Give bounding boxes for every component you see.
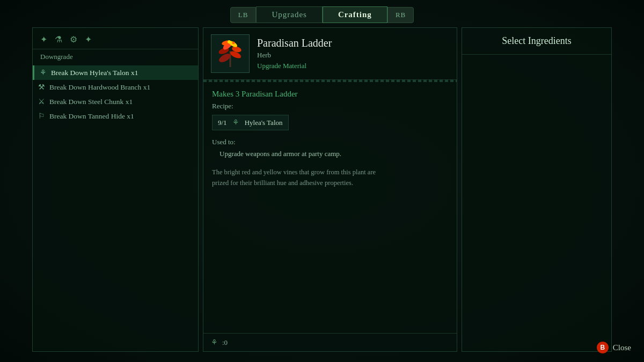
recipe-label-4: Break Down Tanned Hide x1 [49, 112, 134, 121]
content-area: Makes 3 Paradisan Ladder Recipe: 9/1 ⚘ H… [203, 82, 457, 333]
close-label: Close [613, 343, 631, 352]
right-header: Select Ingredients [462, 28, 611, 55]
tab-upgrades[interactable]: Upgrades [256, 6, 322, 23]
svg-point-8 [228, 40, 231, 43]
ingredient-count: 9/1 [218, 119, 227, 127]
flavor-text: The bright red and yellow vines that gro… [212, 167, 384, 188]
recipe-icon-2: ⚒ [38, 83, 45, 92]
b-icon: B [597, 342, 609, 353]
item-type: Upgrade Material [257, 62, 332, 70]
right-panel: Select Ingredients [462, 27, 612, 352]
recipe-ingredient: 9/1 ⚘ Hylea's Talon [212, 115, 289, 130]
used-to-section: Used to: Upgrade weapons and armor at pa… [212, 138, 448, 159]
craft-count-icon: ⚘ [211, 338, 218, 347]
recipe-icon-3: ⚔ [38, 97, 45, 106]
used-to-desc: Upgrade weapons and armor at party camp. [212, 149, 448, 159]
ui-container: LB Upgrades Crafting RB ✦ ⚗ ⚙ ✦ Downgrad… [0, 0, 644, 362]
recipe-label-1: Break Down Hylea's Talon x1 [51, 69, 138, 77]
recipe-item-4[interactable]: ⚐ Break Down Tanned Hide x1 [33, 109, 198, 123]
ingredient-icon: ⚘ [232, 118, 239, 127]
svg-point-9 [232, 42, 235, 45]
center-panel: Paradisan Ladder Herb Upgrade Material M… [203, 27, 457, 352]
ingredient-name: Hylea's Talon [245, 119, 283, 127]
recipe-list: ⚘ Break Down Hylea's Talon x1 ⚒ Break Do… [33, 65, 198, 123]
item-header: Paradisan Ladder Herb Upgrade Material [203, 28, 457, 80]
icon-sym-1: ✦ [40, 34, 47, 45]
recipe-item-3[interactable]: ⚔ Break Down Steel Chunk x1 [33, 94, 198, 109]
recipe-label-2: Break Down Hardwood Branch x1 [49, 83, 150, 92]
item-image [211, 34, 250, 73]
main-layout: ✦ ⚗ ⚙ ✦ Downgrade ⚘ Break Down Hylea's T… [0, 27, 644, 352]
icon-sym-2: ⚗ [55, 34, 62, 45]
left-panel-icons: ✦ ⚗ ⚙ ✦ [33, 34, 198, 49]
select-ingredients-title: Select Ingredients [502, 35, 571, 47]
recipe-icon-1: ⚘ [40, 68, 47, 77]
close-button[interactable]: B Close [597, 342, 631, 353]
lb-trigger[interactable]: LB [230, 7, 257, 23]
item-info: Paradisan Ladder Herb Upgrade Material [257, 37, 332, 70]
craft-count: :0 [222, 338, 228, 347]
recipe-item-1[interactable]: ⚘ Break Down Hylea's Talon x1 [33, 65, 198, 80]
recipe-item-2[interactable]: ⚒ Break Down Hardwood Branch x1 [33, 80, 198, 94]
used-to-title: Used to: [212, 138, 448, 146]
plant-svg [214, 38, 246, 70]
icon-sym-3: ⚙ [70, 34, 77, 45]
item-category: Herb [257, 51, 332, 60]
item-title: Paradisan Ladder [257, 37, 332, 49]
tab-crafting[interactable]: Crafting [323, 6, 387, 23]
left-panel: ✦ ⚗ ⚙ ✦ Downgrade ⚘ Break Down Hylea's T… [32, 27, 199, 352]
recipe-icon-4: ⚐ [38, 112, 45, 121]
downgrade-label: Downgrade [33, 49, 198, 65]
recipe-section-label: Recipe: [212, 102, 448, 110]
recipe-label-3: Break Down Steel Chunk x1 [49, 98, 133, 106]
center-bottom: ⚘ :0 [203, 333, 457, 351]
rb-trigger[interactable]: RB [387, 7, 414, 23]
makes-label: Makes 3 Paradisan Ladder [212, 90, 448, 99]
icon-sym-4: ✦ [85, 34, 92, 45]
top-nav: LB Upgrades Crafting RB [0, 0, 644, 27]
